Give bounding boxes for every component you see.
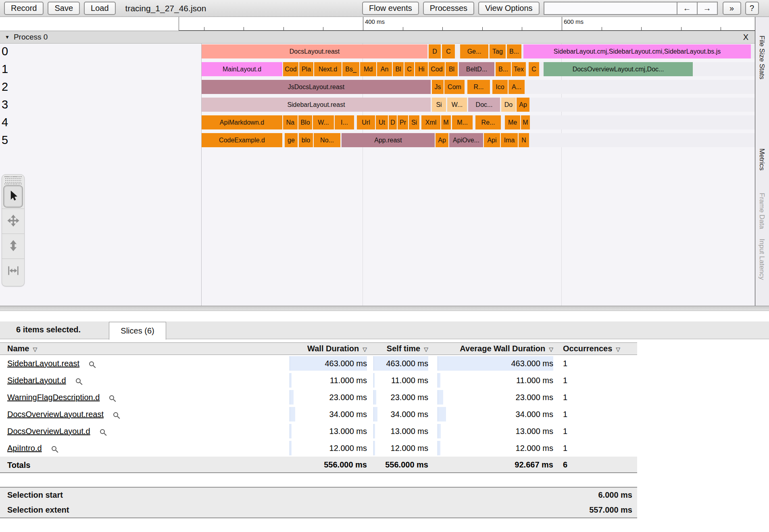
trace-slice[interactable]: ApiOve...: [449, 133, 483, 147]
magnifier-icon[interactable]: [113, 412, 118, 417]
trace-slice[interactable]: Cod: [283, 62, 298, 76]
slice-name-link[interactable]: ApiIntro.d: [7, 444, 42, 453]
trace-slice[interactable]: N: [519, 133, 529, 147]
trace-slice[interactable]: W...: [313, 115, 334, 129]
save-button[interactable]: Save: [48, 2, 80, 15]
trace-slice[interactable]: C: [442, 44, 455, 58]
trace-slice[interactable]: BeltD...: [459, 62, 494, 76]
trace-slice[interactable]: Na: [283, 115, 298, 129]
magnifier-icon[interactable]: [76, 378, 81, 383]
trace-slice[interactable]: I...: [335, 115, 354, 129]
trace-slice[interactable]: Do: [501, 98, 516, 112]
timeline-ruler[interactable]: 400 ms600 ms: [0, 17, 755, 31]
magnifier-icon[interactable]: [109, 395, 114, 400]
column-header-wall-duration[interactable]: Wall Duration▽: [290, 343, 367, 355]
slice-name-link[interactable]: SidebarLayout.d: [7, 376, 66, 385]
column-header-average-wall-duration[interactable]: Average Wall Duration▽: [438, 343, 553, 355]
trace-slice[interactable]: M: [521, 115, 530, 129]
trace-slice[interactable]: Ico: [492, 80, 508, 94]
slice-name-link[interactable]: WarningFlagDescription.d: [7, 393, 100, 402]
trace-slice[interactable]: Ge...: [460, 44, 488, 58]
trace-slice[interactable]: Ap: [517, 98, 529, 112]
pane-splitter[interactable]: [0, 306, 769, 311]
trace-slice[interactable]: Pla: [299, 62, 313, 76]
search-input[interactable]: [544, 2, 677, 14]
pan-tool-button[interactable]: [2, 209, 24, 234]
trace-slice[interactable]: Ap: [436, 133, 448, 147]
trace-slice[interactable]: SidebarLayout.reast: [202, 98, 431, 112]
trace-slice[interactable]: An: [377, 62, 392, 76]
trace-slice[interactable]: A...: [508, 80, 525, 94]
trace-slice[interactable]: Re...: [475, 115, 501, 129]
trace-slice[interactable]: D: [429, 44, 441, 58]
trace-slice[interactable]: DocsOverviewLayout.cmj,Doc...: [544, 62, 693, 76]
processes-button[interactable]: Processes: [423, 2, 474, 15]
close-process-button[interactable]: X: [741, 32, 751, 42]
magnifier-icon[interactable]: [100, 429, 105, 434]
trace-slice[interactable]: DocsLayout.reast: [202, 44, 427, 58]
trace-slice[interactable]: M...: [452, 115, 473, 129]
trace-slice[interactable]: Blo: [298, 115, 312, 129]
trace-slice[interactable]: W...: [447, 98, 467, 112]
trace-slice[interactable]: Url: [357, 115, 375, 129]
side-tab-frame-data[interactable]: Frame Data: [758, 193, 766, 229]
slice-name-link[interactable]: DocsOverviewLayout.d: [7, 427, 90, 436]
column-header-name[interactable]: Name▽: [0, 343, 290, 355]
process-header[interactable]: ▼Process 0 X: [0, 31, 755, 44]
trace-slice[interactable]: Doc...: [468, 98, 500, 112]
trace-slice[interactable]: Xml: [421, 115, 440, 129]
column-header-self-time[interactable]: Self time▽: [373, 343, 428, 355]
trace-slice[interactable]: MainLayout.d: [202, 62, 282, 76]
load-button[interactable]: Load: [84, 2, 116, 15]
trace-slice[interactable]: Tex: [512, 62, 526, 76]
trace-slice[interactable]: Bl: [446, 62, 458, 76]
trace-slice[interactable]: Next.d: [314, 62, 342, 76]
side-tab-input-latency[interactable]: Input Latency: [758, 239, 766, 280]
trace-slice[interactable]: R...: [467, 80, 490, 94]
trace-slice[interactable]: B...: [507, 44, 521, 58]
side-tab-metrics[interactable]: Metrics: [758, 148, 766, 171]
trace-slice[interactable]: B...: [496, 62, 511, 76]
trace-slice[interactable]: Bl: [393, 62, 404, 76]
trace-slice[interactable]: Md: [360, 62, 376, 76]
magnifier-icon[interactable]: [89, 361, 94, 366]
trace-slice[interactable]: D: [389, 115, 397, 129]
flow-events-button[interactable]: Flow events: [362, 2, 419, 15]
timing-tool-button[interactable]: [2, 259, 24, 284]
slice-name-link[interactable]: DocsOverviewLayout.reast: [7, 410, 104, 419]
trace-slice[interactable]: Ima: [501, 133, 518, 147]
find-previous-button[interactable]: ←: [677, 2, 697, 14]
zoom-tool-button[interactable]: [2, 234, 24, 259]
tab-slices[interactable]: Slices (6): [109, 322, 166, 340]
slice-name-link[interactable]: SidebarLayout.reast: [7, 359, 79, 368]
more-tools-button[interactable]: »: [723, 2, 741, 15]
trace-slice[interactable]: Si: [432, 98, 446, 112]
trace-slice[interactable]: Js: [432, 80, 444, 94]
help-button[interactable]: ?: [745, 2, 759, 15]
magnifier-icon[interactable]: [52, 446, 56, 451]
trace-slice[interactable]: C: [404, 62, 414, 76]
side-tab-file-size-stats[interactable]: File Size Stats: [758, 35, 766, 79]
trace-slice[interactable]: blo: [299, 133, 313, 147]
column-header-occurrences[interactable]: Occurrences▽: [563, 343, 637, 355]
record-button[interactable]: Record: [4, 2, 44, 15]
trace-slice[interactable]: Api: [484, 133, 500, 147]
trace-slice[interactable]: M: [441, 115, 451, 129]
collapse-caret-icon[interactable]: ▼: [5, 34, 10, 40]
trace-slice[interactable]: App.reast: [342, 133, 435, 147]
trace-slice[interactable]: Cod: [429, 62, 445, 76]
palette-grip-handle[interactable]: [4, 176, 22, 184]
trace-slice[interactable]: Si: [409, 115, 419, 129]
trace-slice[interactable]: Hi: [415, 62, 428, 76]
trace-slice[interactable]: No...: [314, 133, 340, 147]
trace-slice[interactable]: C: [529, 62, 539, 76]
trace-slice[interactable]: CodeExample.d: [202, 133, 282, 147]
flame-chart-pane[interactable]: 0DocsLayout.reastDCGe...TagB...SidebarLa…: [0, 44, 755, 306]
find-next-button[interactable]: →: [697, 2, 717, 14]
trace-slice[interactable]: ApiMarkdown.d: [202, 115, 282, 129]
trace-slice[interactable]: Tag: [490, 44, 506, 58]
trace-slice[interactable]: Com: [444, 80, 465, 94]
trace-slice[interactable]: JsDocsLayout.reast: [202, 80, 431, 94]
trace-slice[interactable]: SidebarLayout.cmj,SidebarLayout.cmi,Side…: [523, 44, 751, 58]
trace-slice[interactable]: Ut: [376, 115, 388, 129]
